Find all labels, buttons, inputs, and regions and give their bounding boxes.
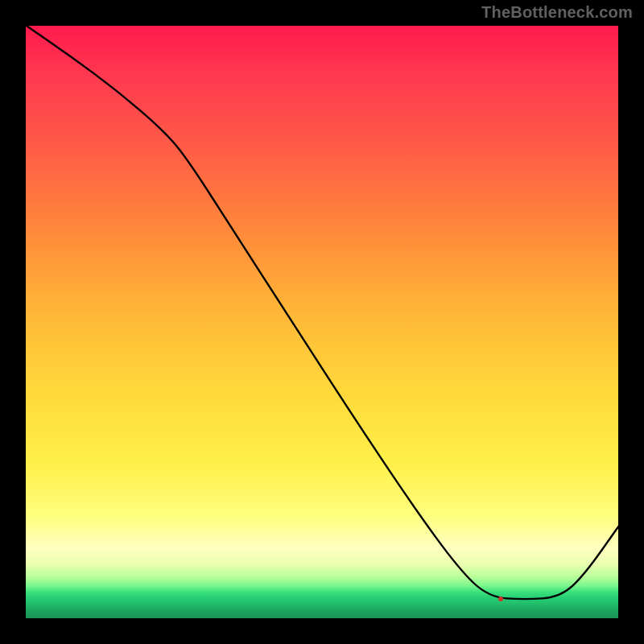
chart-frame: TheBottleneck.com [0,0,644,644]
watermark-text: TheBottleneck.com [481,3,633,22]
plot-background [24,24,620,620]
